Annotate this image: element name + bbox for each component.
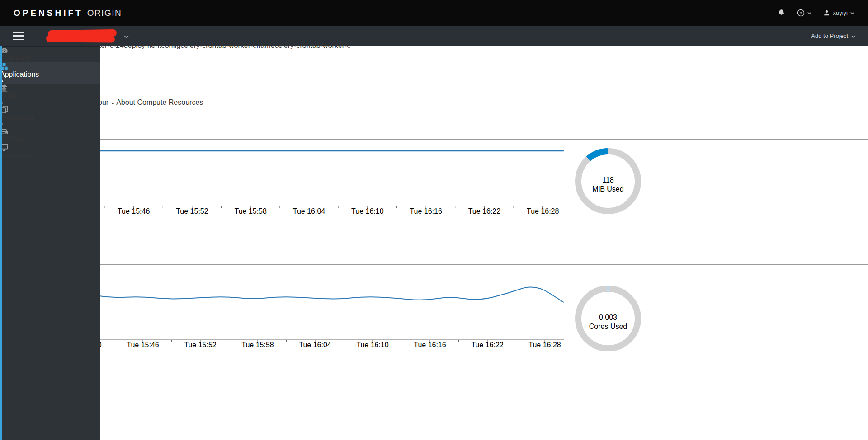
username: xuyiyi	[833, 9, 848, 16]
cpu-available-row: 0.997 Available of1 cores	[0, 237, 868, 262]
sidebar-nav: OverviewApplicationsBuildsResourcesStora…	[0, 46, 100, 440]
svg-text:Tue 15:58: Tue 15:58	[234, 207, 267, 215]
sidebar-item-monitoring[interactable]: Monitoring	[0, 143, 100, 159]
svg-text:MiB Used: MiB Used	[593, 185, 624, 193]
svg-text:Tue 16:04: Tue 16:04	[293, 207, 326, 215]
chevron-right-icon	[0, 100, 100, 106]
masthead: OPENSHIFT ORIGIN ? xuyiyi	[0, 0, 868, 26]
user-menu[interactable]: xuyiyi	[823, 9, 854, 16]
metrics-toolbar: Container: Time Range: Last hour About C…	[0, 98, 868, 107]
svg-text:Cores Used: Cores Used	[589, 323, 627, 330]
network-heading: Network	[0, 365, 868, 374]
svg-text:Tue 16:10: Tue 16:10	[356, 341, 389, 349]
chevron-down-icon	[850, 12, 854, 14]
about-compute-resources-link[interactable]: About Compute Resources	[116, 98, 203, 106]
hamburger-menu-icon[interactable]	[13, 32, 24, 40]
memory-available-caption: Available of1024 MiB	[0, 123, 868, 139]
sidebar-item-label: Overview	[0, 54, 30, 62]
tab-metrics[interactable]: Metrics	[0, 66, 868, 74]
sidebar-item-storage[interactable]: Storage	[0, 127, 100, 143]
add-to-project-button[interactable]: Add to Project	[811, 33, 855, 39]
brand-logo: OPENSHIFT ORIGIN	[14, 8, 122, 18]
sidebar-item-builds[interactable]: Builds	[0, 84, 100, 106]
svg-text:Tue 15:46: Tue 15:46	[127, 341, 159, 349]
svg-text:Tue 16:22: Tue 16:22	[468, 207, 501, 215]
divider	[0, 264, 868, 265]
sidebar-item-overview[interactable]: Overview	[0, 46, 100, 62]
svg-text:Tue 15:58: Tue 15:58	[241, 341, 274, 349]
add-to-project-label: Add to Project	[811, 33, 848, 39]
sidebar-item-label: Storage	[0, 135, 25, 143]
memory-donut-chart: 118MiB Used	[571, 145, 645, 218]
redaction-project-name	[46, 29, 118, 43]
sidebar-item-applications[interactable]: Applications	[0, 62, 100, 84]
project-bar: Add to Project	[0, 26, 868, 46]
sidebar-item-label: Builds	[0, 92, 20, 100]
svg-text:Tue 16:10: Tue 16:10	[351, 207, 384, 215]
brand-openshift: OPENSHIFT	[14, 8, 83, 18]
svg-text:Tue 15:52: Tue 15:52	[184, 341, 217, 349]
chevron-down-icon	[851, 33, 855, 39]
tab-environment[interactable]: Environment	[0, 58, 868, 66]
svg-text:Tue 16:28: Tue 16:28	[527, 207, 559, 215]
divider	[0, 374, 868, 374]
tab-logs[interactable]: Logs	[0, 74, 868, 82]
svg-text:118: 118	[603, 176, 614, 184]
brand-origin: ORIGIN	[87, 8, 122, 18]
svg-text:Tue 15:46: Tue 15:46	[118, 207, 150, 215]
svg-text:?: ?	[800, 10, 802, 15]
sidebar-item-label: Resources	[0, 113, 34, 121]
cpu-donut-chart: 0.003Cores Used	[571, 282, 645, 355]
memory-available-row: 906 Available of1024 MiB	[0, 115, 868, 139]
svg-text:Tue 16:16: Tue 16:16	[414, 341, 446, 349]
svg-text:Tue 16:16: Tue 16:16	[410, 207, 442, 215]
memory-heading: Memory	[0, 107, 868, 115]
notifications-button[interactable]	[778, 9, 785, 17]
tabs: DetailsEnvironmentMetricsLogsTerminalEve…	[0, 50, 868, 98]
svg-text:Tue 16:28: Tue 16:28	[528, 341, 561, 349]
main-content: Pods » r-c-24-stfdp celery-crontab-worke…	[0, 0, 868, 374]
help-icon: ?	[797, 9, 805, 17]
chevron-down-icon	[111, 98, 115, 106]
project-chevron-down-icon[interactable]	[124, 32, 129, 40]
memory-metric-row: 020406080100120Tue 15:34Tue 15:40Tue 15:…	[0, 140, 868, 220]
user-icon	[823, 9, 830, 16]
chevron-right-icon	[0, 79, 100, 84]
bell-icon	[778, 9, 785, 17]
cpu-metric-row: 00.00050.0010.00150.0020.00250.0030.0035…	[0, 272, 868, 357]
chevron-down-icon	[807, 12, 811, 14]
svg-text:Tue 15:52: Tue 15:52	[176, 207, 208, 215]
cpu-available-caption: Available of1 cores	[0, 245, 868, 262]
tab-terminal[interactable]: Terminal	[0, 82, 868, 90]
sidebar-item-resources[interactable]: Resources	[0, 106, 100, 127]
svg-text:Tue 16:22: Tue 16:22	[471, 341, 504, 349]
tab-events[interactable]: Events	[0, 90, 868, 98]
cpu-heading: CPU	[0, 229, 868, 237]
help-menu[interactable]: ?	[797, 9, 811, 17]
chevron-right-icon	[0, 122, 100, 127]
cubes-icon	[0, 62, 8, 70]
sidebar-item-label: Monitoring	[0, 151, 34, 159]
tab-details[interactable]: Details	[0, 50, 868, 58]
sidebar-item-label: Applications	[0, 70, 39, 78]
svg-text:Tue 16:04: Tue 16:04	[299, 341, 331, 349]
svg-text:0.003: 0.003	[599, 314, 617, 321]
